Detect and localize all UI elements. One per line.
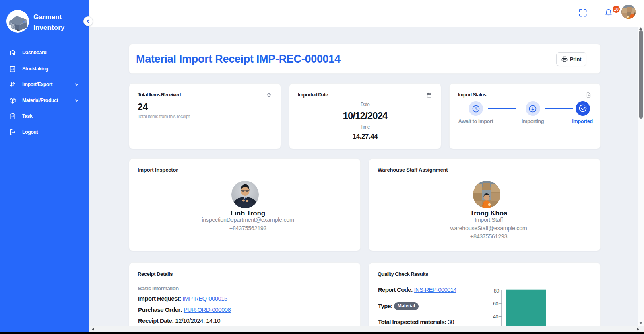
svg-text:60: 60	[493, 301, 498, 307]
svg-text:80: 80	[494, 288, 499, 294]
svg-text:40: 40	[493, 314, 498, 320]
